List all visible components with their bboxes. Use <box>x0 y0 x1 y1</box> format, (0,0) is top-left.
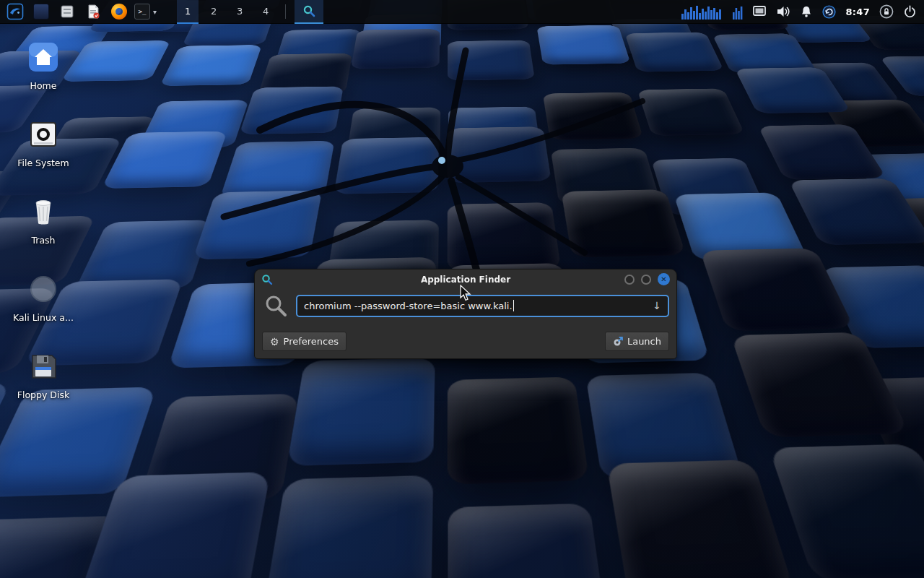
application-finder-task-icon <box>302 4 315 17</box>
preferences-button[interactable]: ⚙ Preferences <box>262 332 346 351</box>
desktop-icon-label: Floppy Disk <box>17 389 69 400</box>
text-editor-icon <box>85 4 101 20</box>
desktop-icon-label: File System <box>17 158 69 168</box>
maximize-button[interactable] <box>641 275 651 285</box>
search-input[interactable]: chromium --password-store=basic www.kali… <box>296 295 669 317</box>
dropdown-arrow-icon[interactable]: ↓ <box>653 300 661 311</box>
launcher-terminal[interactable]: >_ ▾ <box>134 1 158 22</box>
logout-power-icon[interactable] <box>903 5 917 19</box>
notifications-bell-icon[interactable] <box>800 5 813 18</box>
home-folder-icon <box>26 40 61 74</box>
top-panel: >_ ▾ 1 2 3 4 <box>0 0 924 24</box>
desktop-icon-file-system[interactable]: File System <box>9 117 78 181</box>
kali-docs-icon <box>26 272 61 306</box>
minimize-button[interactable] <box>624 275 635 285</box>
launch-button[interactable]: Launch <box>605 332 669 351</box>
window-title: Application Finder <box>255 275 676 285</box>
clock[interactable]: 8:47 <box>845 7 870 17</box>
floppy-disk-icon <box>26 349 61 384</box>
lock-icon[interactable] <box>879 4 894 19</box>
workspace-number: 1 <box>185 6 191 17</box>
text-caret <box>513 300 514 311</box>
window-app-icon <box>33 4 49 20</box>
close-button[interactable]: ✕ <box>658 273 670 285</box>
application-finder-icon <box>261 274 273 285</box>
terminal-icon: >_ <box>134 4 150 20</box>
desktop-icon-kali-docs[interactable]: Kali Linux a... <box>9 272 78 335</box>
desktop-icon-list: Home File System Trash <box>9 40 78 413</box>
display-icon[interactable] <box>752 5 767 18</box>
desktop-icon-floppy[interactable]: Floppy Disk <box>9 349 78 413</box>
updates-icon[interactable] <box>822 5 836 19</box>
preferences-button-label: Preferences <box>284 336 339 347</box>
launcher-window-app[interactable] <box>30 1 52 22</box>
panel-separator <box>285 4 286 19</box>
workspace-number: 3 <box>237 6 243 17</box>
volume-icon[interactable] <box>776 5 790 18</box>
cpu-graph-icon[interactable] <box>681 4 723 20</box>
launcher-file-manager[interactable] <box>56 1 78 22</box>
search-query-text: chromium --password-store=basic www.kali… <box>304 301 513 311</box>
workspace-3[interactable]: 3 <box>229 0 250 24</box>
workspace-2[interactable]: 2 <box>203 0 225 24</box>
taskbar-item-application-finder[interactable] <box>295 0 323 24</box>
firefox-icon <box>111 4 127 20</box>
launcher-firefox[interactable] <box>108 1 130 22</box>
desktop-icon-label: Home <box>30 80 57 91</box>
trash-can-icon <box>26 194 61 229</box>
launcher-text-editor[interactable] <box>82 1 104 22</box>
desktop: Home File System Trash <box>0 0 924 578</box>
file-manager-icon <box>59 4 75 20</box>
workspace-1[interactable]: 1 <box>177 0 199 24</box>
application-finder-window: Application Finder ✕ chromium --password… <box>254 269 677 359</box>
system-tray: 8:47 <box>681 4 920 20</box>
kali-menu-button[interactable] <box>4 1 26 22</box>
chevron-down-icon[interactable]: ▾ <box>152 8 158 16</box>
search-icon <box>263 293 288 318</box>
desktop-icon-trash[interactable]: Trash <box>9 194 78 258</box>
gear-icon: ⚙ <box>270 337 279 347</box>
launch-icon <box>613 337 623 347</box>
desktop-icon-label: Trash <box>31 235 55 246</box>
workspace-4[interactable]: 4 <box>255 0 276 24</box>
kali-logo-icon <box>6 3 24 20</box>
window-titlebar[interactable]: Application Finder ✕ <box>255 269 676 289</box>
workspace-number: 2 <box>211 6 217 17</box>
file-system-drive-icon <box>26 117 61 152</box>
launch-button-label: Launch <box>627 336 661 347</box>
desktop-icon-label: Kali Linux a... <box>13 312 74 323</box>
desktop-icon-home[interactable]: Home <box>9 40 78 103</box>
workspace-number: 4 <box>263 6 269 17</box>
mini-graph-icon[interactable] <box>732 4 743 20</box>
